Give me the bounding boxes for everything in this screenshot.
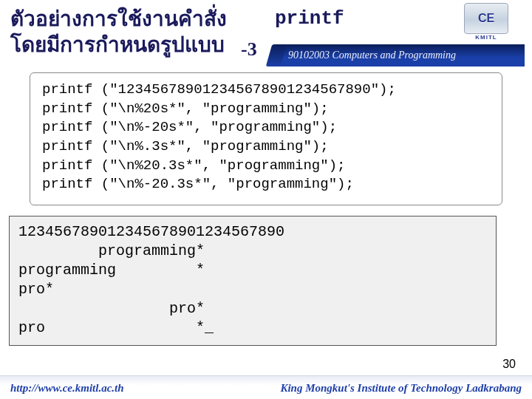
course-code-strip: 90102003 Computers and Programming (275, 44, 525, 66)
slide: ตัวอย่างการใช้งานคำสั่ง โดยมีการกำหนดรูป… (0, 0, 532, 399)
ce-logo: CE (464, 3, 508, 34)
code-line: printf ("\n%-20s*", "programming"); (42, 118, 490, 137)
code-line: printf ("\n%-20.3s*", "programming"); (42, 175, 490, 194)
output-line: pro *_ (18, 318, 487, 338)
code-line: printf ("123456789012345678901234567890"… (42, 81, 490, 100)
header-decoration: CE KMITL 90102003 Computers and Programm… (288, 1, 525, 68)
output-line: programming * (18, 261, 487, 280)
slide-footer: http://www.ce.kmitl.ac.th King Mongkut's… (0, 375, 532, 399)
output-line: pro* (18, 280, 487, 299)
code-line: printf ("\n%20.3s*", "programming"); (42, 157, 490, 176)
footer-url: http://www.ce.kmitl.ac.th (10, 382, 124, 395)
output-line: programming* (18, 242, 487, 261)
output-box: 123456789012345678901234567890 programmi… (9, 216, 497, 346)
footer-institute: King Mongkut's Institute of Technology L… (280, 382, 522, 395)
ce-logo-subtitle: KMITL (464, 34, 508, 41)
code-line: printf ("\n%20s*", "programming"); (42, 100, 490, 119)
code-line: printf ("\n%.3s*", "programming"); (42, 137, 490, 157)
slide-header: ตัวอย่างการใช้งานคำสั่ง โดยมีการกำหนดรูป… (0, 0, 532, 68)
slide-number: 30 (502, 358, 516, 371)
output-line: pro* (18, 299, 487, 318)
code-example-box: printf ("123456789012345678901234567890"… (30, 72, 502, 205)
title-part-number: -3 (241, 38, 257, 61)
output-line: 123456789012345678901234567890 (18, 222, 487, 242)
